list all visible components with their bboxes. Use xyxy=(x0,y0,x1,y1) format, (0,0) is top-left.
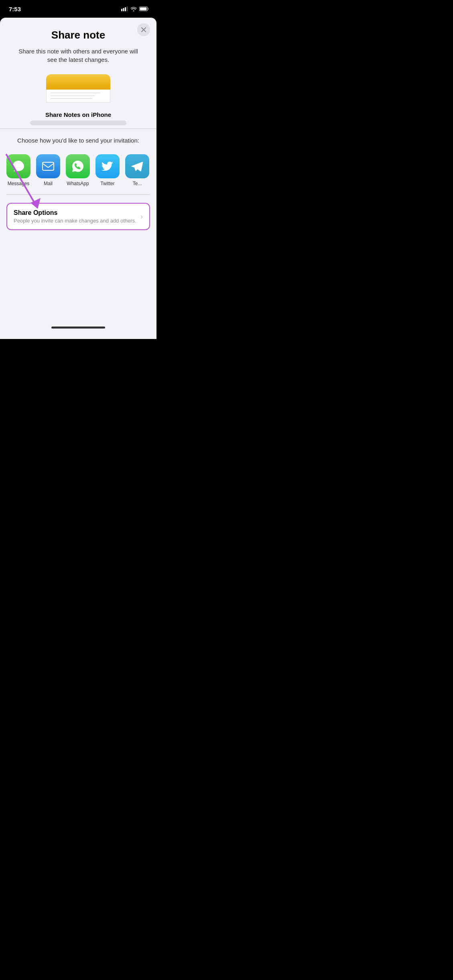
share-options-button[interactable]: Share Options People you invite can make… xyxy=(6,203,150,230)
note-blur-text xyxy=(30,120,126,125)
app-item-twitter[interactable]: Twitter xyxy=(95,154,120,186)
svg-rect-0 xyxy=(121,9,122,11)
messages-icon[interactable] xyxy=(6,154,30,178)
close-button[interactable] xyxy=(137,23,150,36)
sheet-title: Share note xyxy=(8,29,148,41)
twitter-label: Twitter xyxy=(100,181,114,186)
invitation-section: Choose how you'd like to send your invit… xyxy=(0,129,156,154)
app-item-mail[interactable]: Mail xyxy=(36,154,60,186)
wifi-icon xyxy=(130,6,137,11)
whatsapp-label: WhatsApp xyxy=(67,181,89,186)
note-line-1 xyxy=(51,93,100,93)
battery-icon xyxy=(139,6,149,11)
app-icons-row: Messages Mail WhatsApp xyxy=(0,154,156,190)
signal-icon xyxy=(121,6,128,11)
bottom-spacer xyxy=(0,230,156,323)
svg-rect-7 xyxy=(43,162,54,170)
twitter-icon[interactable] xyxy=(95,154,120,178)
note-lines xyxy=(46,90,110,102)
note-label-section: Share Notes on iPhone xyxy=(0,109,156,129)
note-header-color xyxy=(46,74,110,90)
home-indicator xyxy=(0,323,156,331)
share-options-text: Share Options People you invite can make… xyxy=(14,209,136,224)
chevron-right-icon: › xyxy=(140,212,143,221)
telegram-icon[interactable] xyxy=(125,154,149,178)
app-item-messages[interactable]: Messages xyxy=(6,154,30,186)
note-label: Share Notes on iPhone xyxy=(8,111,148,118)
note-line-3 xyxy=(51,98,92,99)
svg-rect-6 xyxy=(140,8,147,10)
status-time: 7:53 xyxy=(9,6,21,12)
share-options-title: Share Options xyxy=(14,209,136,216)
messages-label: Messages xyxy=(8,181,30,186)
status-bar: 7:53 xyxy=(0,0,156,18)
status-icons xyxy=(121,6,149,11)
home-bar xyxy=(51,327,105,329)
mail-label: Mail xyxy=(44,181,53,186)
share-options-subtitle: People you invite can make changes and a… xyxy=(14,218,136,224)
sheet-header: Share note Share this note with others a… xyxy=(0,18,156,70)
mail-icon[interactable] xyxy=(36,154,60,178)
note-line-2 xyxy=(51,96,95,96)
share-sheet: Share note Share this note with others a… xyxy=(0,18,156,339)
svg-rect-2 xyxy=(125,7,126,11)
app-item-whatsapp[interactable]: WhatsApp xyxy=(66,154,90,186)
svg-rect-5 xyxy=(148,8,149,10)
sheet-subtitle: Share this note with others and everyone… xyxy=(18,47,138,64)
divider xyxy=(6,194,150,195)
telegram-label: Te... xyxy=(133,181,142,186)
svg-rect-1 xyxy=(123,8,124,11)
invitation-label: Choose how you'd like to send your invit… xyxy=(8,137,148,144)
svg-rect-3 xyxy=(127,6,128,11)
share-options-container: Share Options People you invite can make… xyxy=(6,203,150,230)
whatsapp-icon[interactable] xyxy=(66,154,90,178)
note-preview-illustration xyxy=(46,74,110,102)
app-item-telegram[interactable]: Te... xyxy=(125,154,149,186)
